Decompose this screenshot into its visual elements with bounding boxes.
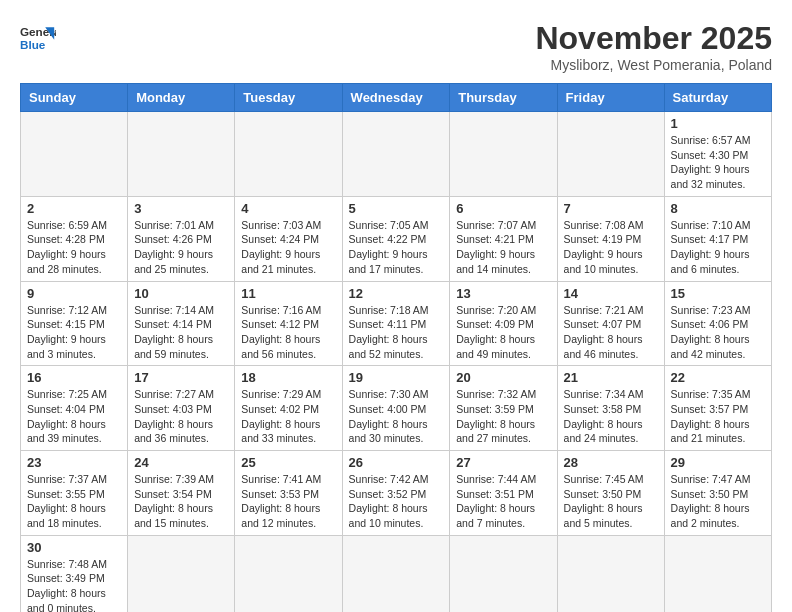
- day-cell: 9Sunrise: 7:12 AM Sunset: 4:15 PM Daylig…: [21, 281, 128, 366]
- day-cell: 23Sunrise: 7:37 AM Sunset: 3:55 PM Dayli…: [21, 451, 128, 536]
- day-info: Sunrise: 7:27 AM Sunset: 4:03 PM Dayligh…: [134, 387, 228, 446]
- day-number: 10: [134, 286, 228, 301]
- day-info: Sunrise: 7:45 AM Sunset: 3:50 PM Dayligh…: [564, 472, 658, 531]
- page-header: General Blue November 2025 Mysliborz, We…: [20, 20, 772, 73]
- day-number: 5: [349, 201, 444, 216]
- day-cell: [342, 535, 450, 612]
- day-info: Sunrise: 7:12 AM Sunset: 4:15 PM Dayligh…: [27, 303, 121, 362]
- day-cell: 22Sunrise: 7:35 AM Sunset: 3:57 PM Dayli…: [664, 366, 771, 451]
- day-cell: [342, 112, 450, 197]
- day-number: 21: [564, 370, 658, 385]
- day-number: 8: [671, 201, 765, 216]
- day-info: Sunrise: 7:29 AM Sunset: 4:02 PM Dayligh…: [241, 387, 335, 446]
- day-info: Sunrise: 7:42 AM Sunset: 3:52 PM Dayligh…: [349, 472, 444, 531]
- day-cell: [235, 112, 342, 197]
- week-row-3: 9Sunrise: 7:12 AM Sunset: 4:15 PM Daylig…: [21, 281, 772, 366]
- day-info: Sunrise: 7:07 AM Sunset: 4:21 PM Dayligh…: [456, 218, 550, 277]
- day-info: Sunrise: 7:39 AM Sunset: 3:54 PM Dayligh…: [134, 472, 228, 531]
- day-cell: 2Sunrise: 6:59 AM Sunset: 4:28 PM Daylig…: [21, 196, 128, 281]
- day-info: Sunrise: 7:35 AM Sunset: 3:57 PM Dayligh…: [671, 387, 765, 446]
- day-number: 3: [134, 201, 228, 216]
- day-number: 29: [671, 455, 765, 470]
- day-number: 7: [564, 201, 658, 216]
- day-cell: 17Sunrise: 7:27 AM Sunset: 4:03 PM Dayli…: [128, 366, 235, 451]
- header-sunday: Sunday: [21, 84, 128, 112]
- day-number: 24: [134, 455, 228, 470]
- day-cell: 27Sunrise: 7:44 AM Sunset: 3:51 PM Dayli…: [450, 451, 557, 536]
- day-cell: 20Sunrise: 7:32 AM Sunset: 3:59 PM Dayli…: [450, 366, 557, 451]
- week-row-4: 16Sunrise: 7:25 AM Sunset: 4:04 PM Dayli…: [21, 366, 772, 451]
- day-info: Sunrise: 7:16 AM Sunset: 4:12 PM Dayligh…: [241, 303, 335, 362]
- day-cell: [128, 112, 235, 197]
- day-cell: [21, 112, 128, 197]
- day-number: 25: [241, 455, 335, 470]
- day-cell: 21Sunrise: 7:34 AM Sunset: 3:58 PM Dayli…: [557, 366, 664, 451]
- header-thursday: Thursday: [450, 84, 557, 112]
- day-cell: 6Sunrise: 7:07 AM Sunset: 4:21 PM Daylig…: [450, 196, 557, 281]
- day-info: Sunrise: 7:34 AM Sunset: 3:58 PM Dayligh…: [564, 387, 658, 446]
- title-section: November 2025 Mysliborz, West Pomerania,…: [535, 20, 772, 73]
- day-number: 2: [27, 201, 121, 216]
- day-cell: 26Sunrise: 7:42 AM Sunset: 3:52 PM Dayli…: [342, 451, 450, 536]
- day-info: Sunrise: 7:23 AM Sunset: 4:06 PM Dayligh…: [671, 303, 765, 362]
- logo-icon: General Blue: [20, 20, 56, 56]
- day-cell: 12Sunrise: 7:18 AM Sunset: 4:11 PM Dayli…: [342, 281, 450, 366]
- day-info: Sunrise: 7:47 AM Sunset: 3:50 PM Dayligh…: [671, 472, 765, 531]
- day-number: 30: [27, 540, 121, 555]
- day-cell: [450, 112, 557, 197]
- header-friday: Friday: [557, 84, 664, 112]
- header-wednesday: Wednesday: [342, 84, 450, 112]
- day-number: 19: [349, 370, 444, 385]
- day-cell: [235, 535, 342, 612]
- header-monday: Monday: [128, 84, 235, 112]
- day-info: Sunrise: 7:03 AM Sunset: 4:24 PM Dayligh…: [241, 218, 335, 277]
- day-info: Sunrise: 7:21 AM Sunset: 4:07 PM Dayligh…: [564, 303, 658, 362]
- day-info: Sunrise: 7:08 AM Sunset: 4:19 PM Dayligh…: [564, 218, 658, 277]
- day-cell: 7Sunrise: 7:08 AM Sunset: 4:19 PM Daylig…: [557, 196, 664, 281]
- day-number: 11: [241, 286, 335, 301]
- week-row-2: 2Sunrise: 6:59 AM Sunset: 4:28 PM Daylig…: [21, 196, 772, 281]
- day-cell: 10Sunrise: 7:14 AM Sunset: 4:14 PM Dayli…: [128, 281, 235, 366]
- calendar-table: Sunday Monday Tuesday Wednesday Thursday…: [20, 83, 772, 612]
- location-subtitle: Mysliborz, West Pomerania, Poland: [535, 57, 772, 73]
- day-info: Sunrise: 7:48 AM Sunset: 3:49 PM Dayligh…: [27, 557, 121, 612]
- header-tuesday: Tuesday: [235, 84, 342, 112]
- day-info: Sunrise: 7:25 AM Sunset: 4:04 PM Dayligh…: [27, 387, 121, 446]
- week-row-5: 23Sunrise: 7:37 AM Sunset: 3:55 PM Dayli…: [21, 451, 772, 536]
- day-cell: 1Sunrise: 6:57 AM Sunset: 4:30 PM Daylig…: [664, 112, 771, 197]
- day-info: Sunrise: 7:30 AM Sunset: 4:00 PM Dayligh…: [349, 387, 444, 446]
- day-info: Sunrise: 7:37 AM Sunset: 3:55 PM Dayligh…: [27, 472, 121, 531]
- day-cell: 24Sunrise: 7:39 AM Sunset: 3:54 PM Dayli…: [128, 451, 235, 536]
- day-cell: 19Sunrise: 7:30 AM Sunset: 4:00 PM Dayli…: [342, 366, 450, 451]
- day-number: 22: [671, 370, 765, 385]
- day-cell: 18Sunrise: 7:29 AM Sunset: 4:02 PM Dayli…: [235, 366, 342, 451]
- day-cell: 14Sunrise: 7:21 AM Sunset: 4:07 PM Dayli…: [557, 281, 664, 366]
- week-row-1: 1Sunrise: 6:57 AM Sunset: 4:30 PM Daylig…: [21, 112, 772, 197]
- day-cell: [557, 112, 664, 197]
- day-info: Sunrise: 7:10 AM Sunset: 4:17 PM Dayligh…: [671, 218, 765, 277]
- day-number: 16: [27, 370, 121, 385]
- day-info: Sunrise: 6:57 AM Sunset: 4:30 PM Dayligh…: [671, 133, 765, 192]
- day-info: Sunrise: 7:32 AM Sunset: 3:59 PM Dayligh…: [456, 387, 550, 446]
- day-cell: 5Sunrise: 7:05 AM Sunset: 4:22 PM Daylig…: [342, 196, 450, 281]
- day-number: 4: [241, 201, 335, 216]
- day-number: 26: [349, 455, 444, 470]
- day-cell: 16Sunrise: 7:25 AM Sunset: 4:04 PM Dayli…: [21, 366, 128, 451]
- day-number: 27: [456, 455, 550, 470]
- svg-text:Blue: Blue: [20, 38, 46, 51]
- header-saturday: Saturday: [664, 84, 771, 112]
- day-cell: 11Sunrise: 7:16 AM Sunset: 4:12 PM Dayli…: [235, 281, 342, 366]
- logo: General Blue: [20, 20, 56, 56]
- day-number: 6: [456, 201, 550, 216]
- day-number: 18: [241, 370, 335, 385]
- day-info: Sunrise: 7:05 AM Sunset: 4:22 PM Dayligh…: [349, 218, 444, 277]
- day-info: Sunrise: 7:18 AM Sunset: 4:11 PM Dayligh…: [349, 303, 444, 362]
- day-number: 12: [349, 286, 444, 301]
- day-number: 14: [564, 286, 658, 301]
- day-cell: 29Sunrise: 7:47 AM Sunset: 3:50 PM Dayli…: [664, 451, 771, 536]
- day-cell: 28Sunrise: 7:45 AM Sunset: 3:50 PM Dayli…: [557, 451, 664, 536]
- day-cell: 15Sunrise: 7:23 AM Sunset: 4:06 PM Dayli…: [664, 281, 771, 366]
- day-cell: 8Sunrise: 7:10 AM Sunset: 4:17 PM Daylig…: [664, 196, 771, 281]
- month-title: November 2025: [535, 20, 772, 57]
- week-row-6: 30Sunrise: 7:48 AM Sunset: 3:49 PM Dayli…: [21, 535, 772, 612]
